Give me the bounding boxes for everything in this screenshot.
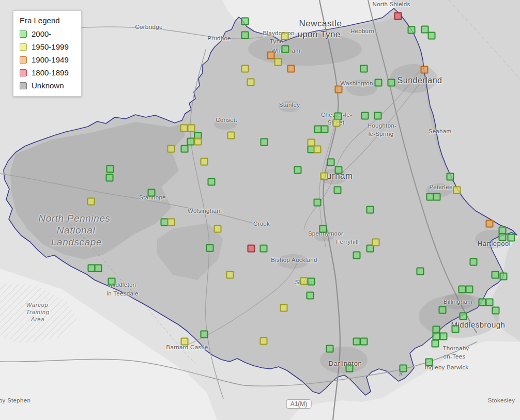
era-marker[interactable] — [308, 278, 315, 286]
era-marker[interactable] — [294, 166, 302, 174]
era-marker[interactable] — [314, 146, 322, 153]
era-marker[interactable] — [428, 32, 436, 40]
legend-item-g: 2000- — [20, 29, 75, 38]
era-marker[interactable] — [320, 173, 328, 180]
era-marker[interactable] — [247, 79, 255, 86]
era-marker[interactable] — [167, 219, 175, 226]
legend-title: Era Legend — [20, 16, 75, 25]
era-marker[interactable] — [361, 112, 369, 120]
era-marker[interactable] — [447, 173, 454, 181]
legend-swatch-icon — [20, 43, 27, 51]
era-marker[interactable] — [433, 193, 441, 201]
era-marker[interactable] — [388, 79, 395, 87]
era-marker[interactable] — [460, 313, 467, 320]
era-marker[interactable] — [453, 186, 461, 194]
era-marker[interactable] — [466, 286, 473, 293]
era-marker[interactable] — [261, 138, 268, 146]
era-marker[interactable] — [226, 271, 234, 279]
era-marker[interactable] — [227, 132, 235, 139]
era-marker[interactable] — [440, 333, 448, 340]
era-marker[interactable] — [335, 86, 343, 94]
era-marker[interactable] — [300, 277, 308, 285]
legend-label: 1900-1949 — [32, 55, 69, 64]
era-marker[interactable] — [214, 225, 222, 233]
era-marker[interactable] — [499, 234, 507, 241]
legend-label: 1950-1999 — [32, 42, 69, 51]
era-marker[interactable] — [267, 52, 275, 59]
era-marker[interactable] — [425, 359, 433, 366]
era-marker[interactable] — [321, 126, 329, 133]
era-marker[interactable] — [248, 245, 255, 253]
era-marker[interactable] — [486, 220, 494, 228]
era-marker[interactable] — [319, 225, 327, 233]
era-marker[interactable] — [180, 125, 188, 132]
era-marker[interactable] — [335, 166, 343, 174]
era-marker[interactable] — [400, 365, 407, 372]
era-marker[interactable] — [334, 186, 342, 194]
era-marker[interactable] — [374, 112, 382, 120]
era-marker[interactable] — [181, 145, 189, 153]
era-marker[interactable] — [500, 273, 508, 281]
era-marker[interactable] — [108, 278, 116, 286]
legend-swatch-icon — [20, 82, 27, 89]
era-marker[interactable] — [241, 32, 249, 39]
era-marker[interactable] — [274, 58, 282, 66]
era-legend: Era Legend 2000-1950-19991900-19491800-1… — [13, 10, 82, 97]
era-marker[interactable] — [87, 198, 95, 206]
era-marker[interactable] — [241, 65, 249, 73]
legend-label: Unknown — [32, 81, 64, 90]
legend-label: 2000- — [32, 29, 51, 38]
era-marker[interactable] — [314, 199, 322, 207]
era-marker[interactable] — [201, 158, 208, 166]
era-marker[interactable] — [287, 65, 295, 73]
era-marker[interactable] — [452, 325, 460, 333]
era-marker[interactable] — [167, 145, 175, 153]
era-marker[interactable] — [408, 26, 416, 34]
era-marker[interactable] — [486, 299, 494, 306]
era-marker[interactable] — [470, 258, 478, 266]
era-marker[interactable] — [241, 18, 249, 25]
era-marker[interactable] — [375, 79, 383, 87]
era-marker[interactable] — [492, 307, 500, 315]
era-marker[interactable] — [353, 252, 361, 259]
era-marker[interactable] — [417, 268, 424, 275]
legend-swatch-icon — [20, 69, 27, 76]
era-marker[interactable] — [188, 125, 195, 132]
era-marker[interactable] — [181, 338, 189, 346]
era-marker[interactable] — [492, 271, 499, 279]
era-marker[interactable] — [208, 178, 216, 186]
era-marker[interactable] — [201, 331, 208, 338]
era-marker[interactable] — [508, 234, 515, 242]
era-marker[interactable] — [439, 306, 447, 314]
era-marker[interactable] — [353, 338, 361, 346]
legend-items: 2000-1950-19991900-19491800-1899Unknown — [20, 29, 75, 90]
era-marker[interactable] — [206, 244, 214, 252]
era-marker[interactable] — [372, 239, 380, 246]
legend-item-r: 1800-1899 — [20, 68, 75, 77]
era-marker[interactable] — [346, 365, 354, 372]
era-marker[interactable] — [360, 65, 368, 73]
era-marker[interactable] — [360, 338, 368, 346]
era-marker[interactable] — [282, 45, 289, 53]
era-marker[interactable] — [106, 165, 114, 173]
era-marker[interactable] — [366, 206, 374, 214]
era-marker[interactable] — [194, 138, 202, 146]
era-marker[interactable] — [106, 174, 114, 182]
era-marker[interactable] — [260, 245, 268, 253]
era-marker[interactable] — [421, 66, 429, 74]
era-marker[interactable] — [433, 333, 440, 340]
era-marker[interactable] — [280, 304, 288, 312]
era-marker[interactable] — [479, 299, 486, 306]
era-marker[interactable] — [260, 337, 268, 345]
era-marker[interactable] — [148, 189, 156, 197]
era-marker[interactable] — [458, 286, 466, 293]
era-marker[interactable] — [333, 119, 341, 127]
era-marker[interactable] — [432, 340, 439, 348]
era-marker[interactable] — [327, 159, 335, 166]
era-marker[interactable] — [326, 345, 334, 353]
era-marker[interactable] — [95, 265, 102, 272]
era-marker[interactable] — [281, 33, 289, 40]
era-marker[interactable] — [187, 138, 195, 146]
era-marker[interactable] — [307, 292, 314, 300]
era-marker[interactable] — [394, 12, 402, 20]
